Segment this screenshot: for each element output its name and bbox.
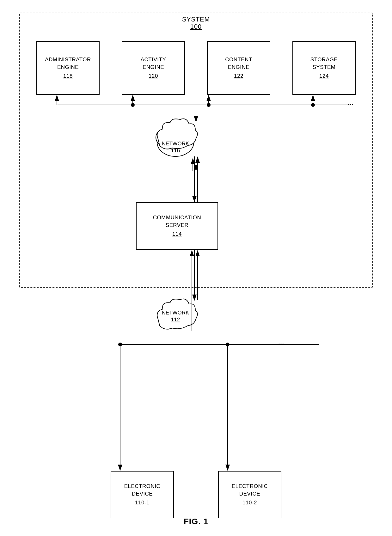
- engine-label-administrator: ADMINISTRATORENGINE: [45, 56, 91, 71]
- network-112-cloud: [157, 299, 197, 329]
- device-label-2: ELECTRONICDEVICE: [232, 483, 268, 498]
- engine-number-activity: 120: [149, 72, 158, 80]
- engine-label-activity: ACTIVITYENGINE: [141, 56, 166, 71]
- figure-label: FIG. 1: [184, 517, 208, 527]
- device-row: ELECTRONICDEVICE 110-1 ELECTRONICDEVICE …: [89, 471, 303, 518]
- device-label-1: ELECTRONICDEVICE: [124, 483, 161, 498]
- engine-box-administrator: ADMINISTRATORENGINE 118: [36, 41, 100, 95]
- engine-number-administrator: 118: [63, 72, 73, 80]
- comm-server-label: COMMUNICATIONSERVER: [153, 214, 201, 229]
- engine-number-storage: 124: [319, 72, 329, 80]
- engine-box-storage: STORAGESYSTEM 124: [292, 41, 356, 95]
- svg-text:···: ···: [278, 340, 284, 348]
- system-title: SYSTEM: [182, 16, 210, 23]
- engine-label-storage: STORAGESYSTEM: [310, 56, 338, 71]
- engines-row: ADMINISTRATORENGINE 118 ACTIVITYENGINE 1…: [25, 41, 367, 95]
- svg-text:112: 112: [171, 317, 180, 323]
- engine-number-content: 122: [234, 72, 243, 80]
- comm-server-box: COMMUNICATIONSERVER 114: [136, 202, 218, 250]
- system-label: SYSTEM 100: [182, 16, 210, 30]
- engine-label-content: CONTENTENGINE: [225, 56, 252, 71]
- comm-server-number: 114: [172, 230, 182, 238]
- device-number-1: 110-1: [135, 499, 150, 507]
- engine-box-activity: ACTIVITYENGINE 120: [122, 41, 185, 95]
- svg-text:NETWORK: NETWORK: [162, 310, 190, 316]
- engine-box-content: CONTENTENGINE 122: [207, 41, 270, 95]
- device-box-1: ELECTRONICDEVICE 110-1: [111, 471, 174, 518]
- device-box-2: ELECTRONICDEVICE 110-2: [218, 471, 281, 518]
- diagram-container: SYSTEM 100 ADMINISTRATORENGINE 118 ACTIV…: [0, 0, 392, 536]
- svg-point-31: [118, 343, 122, 346]
- svg-point-32: [226, 343, 230, 346]
- system-number: 100: [182, 23, 210, 30]
- device-number-2: 110-2: [242, 499, 257, 507]
